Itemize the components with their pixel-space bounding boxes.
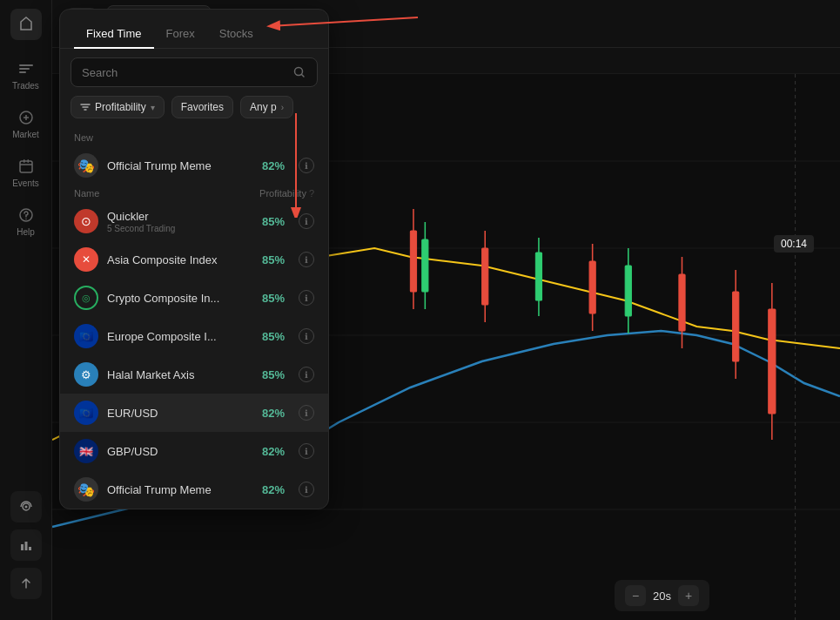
- halal-icon: ⚙: [74, 362, 98, 387]
- sidebar-live-button[interactable]: [10, 491, 42, 522]
- dropdown-panel: Fixed Time Forex Stocks Profitability ▾ …: [59, 9, 329, 509]
- list-item[interactable]: 🇪🇺 EUR/USD 82% ℹ: [60, 394, 328, 432]
- list-item[interactable]: 🎭 Official Trump Meme 82% ℹ: [60, 470, 328, 509]
- favorites-filter-button[interactable]: Favorites: [171, 96, 233, 118]
- info-icon[interactable]: ℹ: [299, 158, 314, 173]
- asset-row-name: Europe Composite I...: [107, 330, 253, 343]
- list-header: Name Profitability ?: [60, 185, 328, 202]
- sidebar-item-trades-label: Trades: [12, 81, 39, 91]
- asset-info: GBP/USD: [107, 445, 253, 458]
- sidebar-logo: [10, 9, 42, 40]
- asset-info: Official Trump Meme: [107, 159, 253, 172]
- time-label: 00:14: [774, 235, 814, 253]
- filter-icon: [80, 102, 91, 112]
- info-icon[interactable]: ℹ: [299, 290, 314, 306]
- asset-row-name: Official Trump Meme: [107, 483, 253, 496]
- asset-info: Europe Composite I...: [107, 330, 253, 343]
- asset-pct: 82%: [262, 407, 285, 420]
- list-item[interactable]: 🎭 Official Trump Meme 82% ℹ: [60, 146, 328, 185]
- search-input[interactable]: [82, 66, 286, 79]
- sidebar-item-trades[interactable]: Trades: [0, 51, 51, 99]
- svg-rect-64: [733, 292, 739, 361]
- time-increase-button[interactable]: +: [678, 585, 699, 606]
- asset-pct: 82%: [262, 445, 285, 458]
- asset-pct: 85%: [262, 215, 285, 228]
- any-chevron-icon: ›: [281, 103, 284, 112]
- trump-icon: 🎭: [74, 153, 98, 178]
- sidebar-bottom: [10, 491, 42, 611]
- quickler-icon: ⊙: [74, 209, 98, 233]
- tabs-row: Fixed Time Forex Stocks: [60, 10, 328, 49]
- time-decrease-button[interactable]: −: [625, 585, 646, 606]
- eu-flag-icon: 🇪🇺: [74, 324, 98, 348]
- chevron-down-icon: ▾: [151, 103, 155, 112]
- list-item[interactable]: ⊙ Quickler 5 Second Trading 85% ℹ: [60, 202, 328, 240]
- tab-fixed-time[interactable]: Fixed Time: [74, 20, 154, 49]
- asset-row-name: Halal Market Axis: [107, 368, 253, 381]
- asset-pct: 85%: [262, 253, 285, 266]
- list-item[interactable]: 🇪🇺 Europe Composite I... 85% ℹ: [60, 317, 328, 355]
- info-icon[interactable]: ℹ: [299, 252, 314, 267]
- asset-info: Quickler 5 Second Trading: [107, 210, 253, 233]
- svg-rect-52: [535, 253, 541, 300]
- list-item[interactable]: ◎ Crypto Composite In... 85% ℹ: [60, 279, 328, 317]
- col-profit-label: Profitability ?: [259, 188, 314, 199]
- info-icon[interactable]: ℹ: [299, 405, 314, 421]
- search-icon: [292, 65, 306, 79]
- svg-rect-13: [29, 547, 31, 550]
- time-bar: − 20s +: [615, 580, 709, 611]
- asset-info: Asia Composite Index: [107, 253, 253, 266]
- svg-rect-49: [482, 248, 488, 305]
- question-icon: ?: [309, 188, 314, 199]
- sidebar-arrow-button[interactable]: [10, 568, 42, 599]
- asset-row-name: Crypto Composite In...: [107, 292, 253, 305]
- asset-row-name: GBP/USD: [107, 445, 253, 458]
- info-icon[interactable]: ℹ: [299, 328, 314, 344]
- asset-pct: 82%: [262, 483, 285, 496]
- asset-row-name: Asia Composite Index: [107, 253, 253, 266]
- asset-row-name: Quickler: [107, 210, 253, 223]
- svg-rect-43: [410, 231, 416, 292]
- svg-rect-6: [27, 159, 29, 163]
- tab-forex[interactable]: Forex: [154, 20, 207, 49]
- info-icon[interactable]: ℹ: [299, 213, 314, 229]
- search-box[interactable]: [71, 57, 318, 87]
- gbpusd-flag-icon: 🇬🇧: [74, 439, 98, 463]
- svg-rect-12: [24, 542, 27, 550]
- list-item[interactable]: ⚙ Halal Market Axis 85% ℹ: [60, 355, 328, 394]
- profitability-filter-button[interactable]: Profitability ▾: [71, 96, 165, 118]
- sidebar-item-events[interactable]: Events: [0, 148, 51, 197]
- info-icon[interactable]: ℹ: [299, 482, 314, 497]
- info-icon[interactable]: ℹ: [299, 367, 314, 382]
- sidebar-item-market[interactable]: Market: [0, 99, 51, 148]
- eurusd-flag-icon: 🇪🇺: [74, 401, 98, 425]
- section-new-label: New: [60, 127, 328, 146]
- tab-stocks[interactable]: Stocks: [207, 20, 265, 49]
- col-name-label: Name: [74, 188, 259, 199]
- svg-rect-61: [679, 274, 685, 331]
- svg-rect-55: [589, 261, 595, 313]
- svg-rect-67: [769, 309, 776, 414]
- svg-rect-2: [19, 71, 26, 73]
- sidebar-item-help[interactable]: Help: [0, 197, 51, 246]
- time-value: 20s: [653, 590, 671, 603]
- asset-info: Crypto Composite In...: [107, 292, 253, 305]
- crypto-icon: ◎: [74, 286, 98, 310]
- sidebar-chart-button[interactable]: [10, 529, 42, 561]
- svg-rect-5: [24, 159, 25, 163]
- any-filter-button[interactable]: Any p ›: [240, 96, 293, 118]
- asset-pct: 85%: [262, 368, 285, 381]
- asset-info: Official Trump Meme: [107, 483, 253, 496]
- asset-row-name: Official Trump Meme: [107, 159, 253, 172]
- info-icon[interactable]: ℹ: [299, 443, 314, 459]
- asia-icon: ✕: [74, 247, 98, 272]
- svg-point-10: [24, 506, 27, 509]
- svg-rect-58: [625, 266, 631, 316]
- trump2-icon: 🎭: [74, 477, 98, 502]
- svg-rect-11: [21, 544, 24, 550]
- search-row: [60, 49, 328, 96]
- list-item[interactable]: ✕ Asia Composite Index 85% ℹ: [60, 240, 328, 279]
- svg-rect-0: [19, 64, 33, 66]
- list-item[interactable]: 🇬🇧 GBP/USD 82% ℹ: [60, 432, 328, 470]
- asset-row-sub: 5 Second Trading: [107, 224, 253, 233]
